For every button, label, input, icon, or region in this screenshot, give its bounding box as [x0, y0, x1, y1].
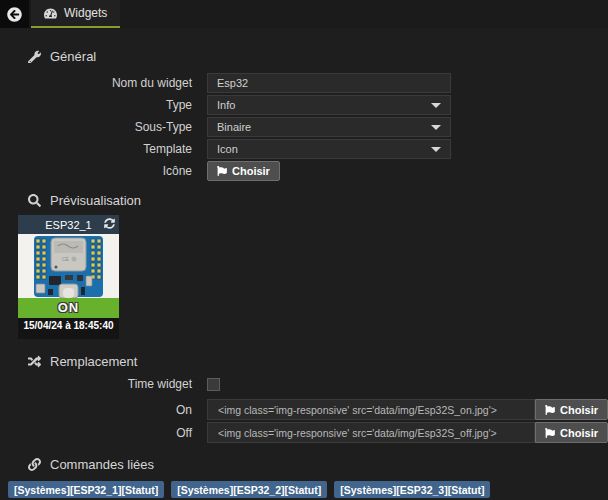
section-preview: Prévisualisation [28, 193, 608, 208]
type-select-value: Info [217, 99, 431, 111]
section-general: Général [28, 49, 608, 64]
time-widget-checkbox[interactable] [207, 378, 220, 391]
on-label: On [0, 403, 207, 417]
tab-widgets-label: Widgets [64, 6, 107, 20]
on-value-input[interactable] [207, 399, 535, 420]
flag-icon [217, 166, 227, 176]
dashboard-icon [44, 7, 57, 20]
choose-off-button[interactable]: Choisir [535, 422, 608, 443]
template-select[interactable]: Icon [207, 139, 451, 159]
section-general-title: Général [50, 49, 96, 64]
template-label: Template [0, 142, 207, 156]
top-bar-spacer [120, 0, 608, 28]
form-row-subtype: Sous-Type Binaire [0, 117, 608, 137]
on-input-group: Choisir [207, 399, 608, 420]
section-preview-title: Prévisualisation [50, 193, 141, 208]
time-widget-label: Time widget [0, 377, 207, 391]
form-row-on: On Choisir [0, 399, 608, 420]
template-select-value: Icon [217, 143, 431, 155]
section-replacement: Remplacement [28, 354, 608, 369]
command-badge[interactable]: [Systèmes][ESP32_2][Statut] [171, 481, 327, 498]
form-row-template: Template Icon [0, 139, 608, 159]
shuffle-icon [28, 355, 41, 368]
off-label: Off [0, 426, 207, 440]
subtype-select[interactable]: Binaire [207, 117, 451, 137]
link-icon [28, 458, 41, 471]
widget-state-value: ON [18, 298, 119, 318]
choose-off-button-label: Choisir [560, 427, 598, 439]
command-badge[interactable]: [Systèmes][ESP32_3][Statut] [334, 481, 490, 498]
type-label: Type [0, 98, 207, 112]
form-row-off: Off Choisir [0, 422, 608, 443]
subtype-select-value: Binaire [217, 121, 431, 133]
choose-icon-button[interactable]: Choisir [207, 161, 280, 181]
choose-icon-button-label: Choisir [232, 165, 270, 177]
section-commands: Commandes liées [28, 457, 608, 472]
chevron-down-icon [431, 125, 441, 130]
name-label: Nom du widget [0, 76, 207, 90]
widget-name-input[interactable] [207, 73, 451, 93]
form-row-type: Type Info [0, 95, 608, 115]
form-row-icon: Icône Choisir [0, 161, 608, 181]
esp32-board-graphic: CE [18, 234, 119, 298]
svg-text:CE: CE [62, 256, 70, 262]
chevron-down-icon [431, 103, 441, 108]
refresh-icon[interactable] [104, 218, 115, 231]
widget-preview-title: ESP32_1 [45, 219, 91, 231]
widget-preview-header: ESP32_1 [18, 215, 119, 234]
linked-commands-list: [Systèmes][ESP32_1][Statut] [Systèmes][E… [8, 481, 608, 498]
chevron-down-icon [431, 147, 441, 152]
icon-label: Icône [0, 164, 207, 178]
form-row-name: Nom du widget [0, 73, 608, 93]
type-select[interactable]: Info [207, 95, 451, 115]
choose-on-button-label: Choisir [560, 404, 598, 416]
top-bar: Widgets [0, 0, 608, 28]
section-replacement-title: Remplacement [50, 354, 137, 369]
flag-icon [545, 405, 555, 415]
form-row-time-widget: Time widget [0, 377, 608, 391]
search-icon [28, 194, 41, 207]
choose-on-button[interactable]: Choisir [535, 399, 608, 420]
flag-icon [545, 428, 555, 438]
general-form: Nom du widget Type Info Sous-Type Binair… [0, 73, 608, 181]
tab-widgets[interactable]: Widgets [31, 0, 120, 28]
arrow-circle-left-icon [7, 7, 22, 22]
wrench-icon [28, 50, 41, 63]
off-value-input[interactable] [207, 422, 535, 443]
command-badge[interactable]: [Systèmes][ESP32_1][Statut] [8, 481, 164, 498]
subtype-label: Sous-Type [0, 120, 207, 134]
off-input-group: Choisir [207, 422, 608, 443]
widget-timestamp: 15/04/24 à 18:45:40 [18, 318, 119, 334]
widget-preview-card: ESP32_1 CE [18, 215, 119, 339]
back-button[interactable] [0, 0, 29, 28]
section-commands-title: Commandes liées [50, 457, 154, 472]
esp32-board-image: CE [18, 234, 119, 298]
